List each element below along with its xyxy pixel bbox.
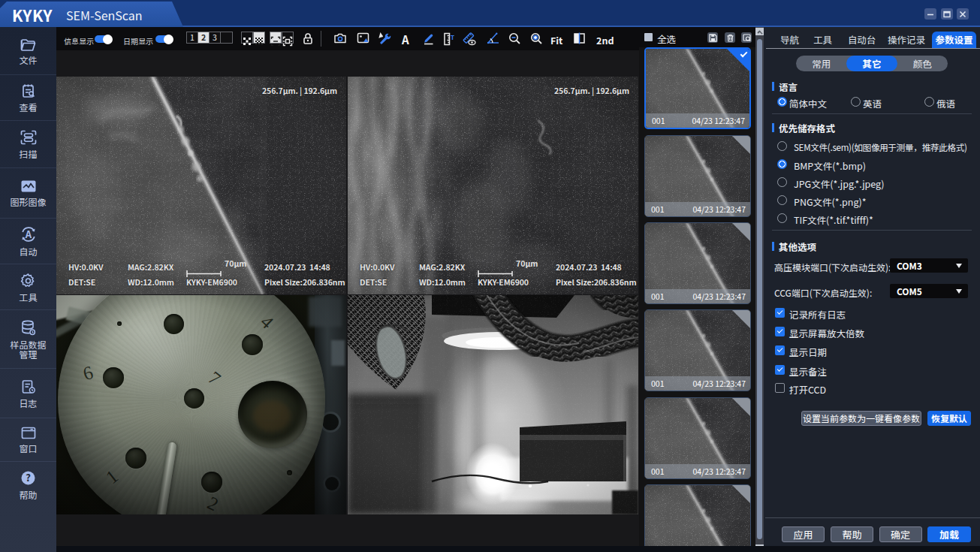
grid-overlay-dark-button[interactable]: [241, 32, 253, 44]
radio-format-tif[interactable]: [777, 213, 787, 223]
sidebar-item-auto[interactable]: A 自动: [0, 219, 56, 264]
info-display-toggle[interactable]: [95, 35, 110, 43]
thumbnail-caption: 00104/23 12:23:47: [645, 464, 750, 478]
reduced-area-button[interactable]: [270, 32, 282, 44]
sub-tab-color[interactable]: 颜色: [897, 56, 948, 71]
sidebar-item-tools[interactable]: 工具: [0, 264, 56, 310]
checkbox-show-remark[interactable]: [775, 365, 785, 375]
sidebar-item-scan[interactable]: 扫描: [0, 121, 56, 168]
pixel-size-overlay: Pixel Size:206.836nm: [556, 276, 636, 288]
image-tools-button[interactable]: [378, 32, 391, 45]
select-all-checkbox[interactable]: [644, 33, 653, 41]
thumbnail-item[interactable]: 00104/23 12:23:47: [644, 484, 751, 546]
tab-parameter-settings[interactable]: 参数设置: [932, 32, 976, 48]
thumbnail-item[interactable]: 00104/23 12:23:47: [644, 309, 751, 391]
layout-button-4[interactable]: [221, 32, 232, 43]
hv-port-select[interactable]: COM3: [890, 258, 968, 273]
tab-tools[interactable]: 工具: [813, 32, 832, 47]
sem-image-1[interactable]: 256.7μm. | 192.6μm HV:0.0KV MAG:2.82KX 7…: [56, 77, 346, 294]
layout-button-2[interactable]: 2: [198, 32, 210, 43]
sidebar-item-window[interactable]: 窗口: [0, 418, 56, 462]
close-button[interactable]: [957, 8, 969, 20]
sidebar-item-sample-data[interactable]: 样品数据管理: [0, 310, 56, 369]
sub-tab-common[interactable]: 常用: [796, 56, 846, 71]
draw-annotation-button[interactable]: [422, 32, 436, 45]
load-button[interactable]: 加载: [927, 526, 971, 542]
layout-button-3[interactable]: 3: [210, 32, 221, 43]
sidebar-item-view[interactable]: 查看: [0, 75, 56, 121]
save-image-button[interactable]: [357, 32, 370, 45]
radio-format-bmp[interactable]: [777, 159, 787, 169]
sidebar-item-label: 帮助: [19, 490, 37, 499]
fit-view-button[interactable]: Fit: [550, 33, 562, 47]
thumbnail-item[interactable]: 00104/23 12:23:47: [644, 135, 751, 217]
sub-tab-other[interactable]: 其它: [846, 56, 897, 71]
sem-image-2[interactable]: 256.7μm. | 192.6μm HV:0.0KV MAG:2.82KX 7…: [348, 77, 638, 294]
hv-overlay: HV:0.0KV: [360, 261, 394, 273]
text-annotation-button[interactable]: A: [402, 32, 409, 47]
preview-thumbnails-button[interactable]: [741, 32, 752, 43]
thumbnail-id: 001: [651, 289, 664, 303]
thumbnail-item[interactable]: 00104/23 12:23:47: [644, 397, 751, 479]
sidebar-item-help[interactable]: ? 帮助: [0, 462, 56, 508]
scrollbar-thumb[interactable]: [757, 39, 762, 539]
checkbox-show-screen-mag[interactable]: [775, 327, 785, 336]
capture-photo-button[interactable]: [333, 32, 347, 45]
label-ruler-icon: T: [443, 32, 454, 46]
ccg-port-label: CCG端口(下次启动生效):: [774, 286, 872, 299]
minimize-button[interactable]: [924, 8, 936, 20]
date-display-toggle[interactable]: [155, 35, 171, 43]
split-view-button[interactable]: [573, 32, 586, 45]
radio-lang-russian[interactable]: [924, 97, 934, 107]
label-ruler-button[interactable]: T: [443, 32, 457, 45]
model-overlay: KYKY-EM6900: [186, 276, 237, 288]
image-icon: [20, 179, 37, 193]
scale-value: 70μm: [225, 258, 246, 269]
sidebar-item-log[interactable]: 日志: [0, 369, 56, 418]
radio-label: JPG文件(*.jpg.*.jpeg): [794, 176, 884, 191]
thumbnail-item[interactable]: 00104/23 12:23:47: [644, 222, 751, 304]
thumbnail-item[interactable]: 00104/23 12:23:47: [644, 47, 751, 129]
ok-button[interactable]: 确定: [879, 526, 922, 542]
second-view-button[interactable]: 2nd: [596, 33, 614, 47]
radio-format-png[interactable]: [777, 195, 787, 205]
radio-format-sem[interactable]: [777, 141, 787, 151]
trash-icon: [726, 34, 734, 42]
radio-lang-english[interactable]: [851, 97, 861, 107]
zoom-out-button[interactable]: [508, 32, 522, 45]
tab-auto-stage[interactable]: 自动台: [848, 32, 876, 47]
checkbox-open-ccd[interactable]: [775, 383, 785, 393]
help-button[interactable]: 帮助: [831, 526, 873, 542]
ccg-port-select[interactable]: COM5: [890, 284, 968, 298]
angle-icon: [487, 32, 500, 44]
tab-navigation[interactable]: 导航: [780, 32, 799, 47]
chamber-camera-view[interactable]: [348, 295, 638, 514]
layout-button-1[interactable]: 1: [187, 32, 198, 43]
angle-measure-button[interactable]: [487, 32, 500, 45]
save-icon: [709, 34, 717, 42]
apply-button[interactable]: 应用: [782, 526, 825, 542]
restore-defaults-button[interactable]: 恢复默认: [927, 411, 971, 426]
tab-operation-log[interactable]: 操作记录: [888, 32, 925, 47]
zoom-in-button[interactable]: [530, 32, 544, 45]
close-icon: [959, 11, 966, 18]
set-preset-params-button[interactable]: 设置当前参数为一键看像参数: [801, 411, 921, 426]
radio-format-jpg[interactable]: [777, 177, 787, 187]
maximize-button[interactable]: [941, 8, 953, 20]
full-frame-button[interactable]: [282, 32, 294, 44]
sidebar-item-graphics[interactable]: 图形图像: [0, 168, 56, 219]
stage-camera-view[interactable]: 6 7 4 1 2: [56, 295, 346, 514]
checkbox-log-all[interactable]: [775, 308, 785, 318]
delete-thumbnails-button[interactable]: [725, 32, 735, 43]
checkbox-show-date[interactable]: [775, 345, 785, 355]
scroll-up-button[interactable]: [755, 28, 764, 35]
thumbnail-time: 04/23 12:23:47: [692, 202, 746, 216]
sidebar-item-file[interactable]: 文件: [0, 27, 56, 75]
measure-view-button[interactable]: [462, 32, 475, 45]
grid-overlay-light-button[interactable]: [253, 32, 265, 44]
radio-lang-simplified-chinese[interactable]: [777, 97, 787, 107]
lock-button[interactable]: [302, 32, 315, 45]
save-thumbnails-button[interactable]: [707, 32, 718, 43]
database-icon: [21, 320, 36, 336]
vertical-scrollbar[interactable]: [755, 27, 764, 552]
